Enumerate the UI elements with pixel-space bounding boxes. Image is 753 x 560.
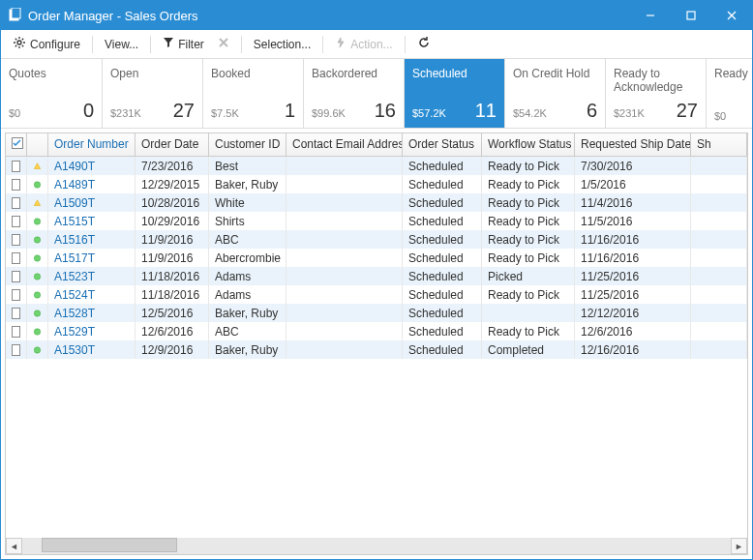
header-customer-id[interactable]: Customer ID — [209, 133, 286, 156]
row-status-icon — [27, 157, 48, 175]
cell-workflow-status: Ready to Pick — [482, 285, 575, 304]
selection-button[interactable]: Selection... — [248, 35, 316, 54]
table-row[interactable]: A1489T 12/29/2015 Baker, Ruby Scheduled … — [6, 175, 747, 193]
row-checkbox[interactable] — [6, 304, 27, 322]
header-overflow[interactable]: Sh — [691, 133, 747, 156]
cell-order-number[interactable]: A1515T — [48, 212, 136, 230]
clear-filter-button[interactable] — [212, 34, 235, 54]
horizontal-scrollbar[interactable]: ◄ ► — [6, 538, 747, 554]
header-requested-ship-date[interactable]: Requested Ship Date — [575, 133, 691, 156]
row-checkbox[interactable] — [6, 193, 27, 212]
cell-workflow-status: Ready to Pick — [482, 230, 575, 249]
maximize-button[interactable] — [671, 1, 711, 30]
table-row[interactable]: A1523T 11/18/2016 Adams Scheduled Picked… — [6, 267, 747, 285]
row-checkbox[interactable] — [6, 285, 27, 304]
toolbar-separator — [405, 36, 406, 53]
cell-order-status: Scheduled — [403, 267, 482, 285]
header-workflow-status[interactable]: Workflow Status — [482, 133, 575, 156]
cell-order-number[interactable]: A1524T — [48, 285, 136, 304]
status-tab[interactable]: On Credit Hold $54.2K 6 — [504, 59, 605, 128]
row-checkbox[interactable] — [6, 267, 27, 285]
row-checkbox[interactable] — [6, 340, 27, 359]
cell-workflow-status: Ready to Pick — [482, 193, 575, 212]
cell-order-status: Scheduled — [403, 175, 482, 193]
header-order-date[interactable]: Order Date — [136, 133, 209, 156]
table-row[interactable]: A1524T 11/18/2016 Adams Scheduled Ready … — [6, 285, 747, 304]
row-checkbox[interactable] — [6, 175, 27, 193]
action-button[interactable]: Action... — [329, 34, 398, 54]
table-row[interactable]: A1509T 10/28/2016 White Scheduled Ready … — [6, 193, 747, 212]
row-checkbox[interactable] — [6, 249, 27, 267]
selection-label: Selection... — [254, 38, 311, 51]
table-row[interactable]: A1516T 11/9/2016 ABC Scheduled Ready to … — [6, 230, 747, 249]
scroll-track[interactable] — [22, 538, 731, 554]
cell-order-number[interactable]: A1517T — [48, 249, 136, 267]
svg-point-16 — [34, 309, 40, 315]
header-contact-email[interactable]: Contact Email Address — [286, 133, 403, 156]
table-row[interactable]: A1529T 12/6/2016 ABC Scheduled Ready to … — [6, 322, 747, 340]
status-amount: $231K — [110, 107, 141, 119]
table-row[interactable]: A1517T 11/9/2016 Abercrombie Scheduled R… — [6, 249, 747, 267]
svg-point-12 — [34, 236, 40, 242]
cell-order-status: Scheduled — [403, 212, 482, 230]
status-tab[interactable]: Ready Payme $0 — [706, 59, 752, 128]
cell-customer-id: ABC — [209, 230, 286, 249]
scroll-left-button[interactable]: ◄ — [6, 538, 22, 554]
scroll-right-button[interactable]: ► — [731, 538, 747, 554]
cell-overflow — [691, 267, 747, 285]
cell-order-number[interactable]: A1530T — [48, 340, 136, 359]
configure-button[interactable]: Configure — [7, 33, 86, 55]
cell-order-number[interactable]: A1523T — [48, 267, 136, 285]
status-tab[interactable]: Scheduled $57.2K 11 — [404, 59, 504, 128]
status-tab[interactable]: Backordered $99.6K 16 — [303, 59, 404, 128]
row-status-icon — [27, 322, 48, 340]
toolbar-separator — [241, 36, 242, 53]
table-row[interactable]: A1530T 12/9/2016 Baker, Ruby Scheduled C… — [6, 340, 747, 359]
view-label: View... — [105, 38, 138, 51]
cell-order-number[interactable]: A1489T — [48, 175, 136, 193]
cell-requested-ship-date: 11/25/2016 — [575, 285, 691, 304]
cell-contact-email — [286, 157, 403, 175]
cell-overflow — [691, 230, 747, 249]
status-tab[interactable]: Ready to Acknowledge $231K 27 — [605, 59, 706, 128]
cell-order-number[interactable]: A1529T — [48, 322, 136, 340]
refresh-button[interactable] — [411, 33, 437, 55]
header-status-icon[interactable] — [27, 133, 48, 156]
table-row[interactable]: A1515T 10/29/2016 Shirts Scheduled Ready… — [6, 212, 747, 230]
status-tab[interactable]: Booked $7.5K 1 — [202, 59, 303, 128]
svg-point-17 — [34, 328, 40, 334]
status-count: 27 — [677, 100, 698, 122]
cell-order-number[interactable]: A1516T — [48, 230, 136, 249]
cell-contact-email — [286, 193, 403, 212]
status-tab[interactable]: Quotes $0 0 — [1, 59, 102, 128]
funnel-icon — [163, 37, 174, 51]
table-row[interactable]: A1490T 7/23/2016 Best Scheduled Ready to… — [6, 157, 747, 175]
scroll-thumb[interactable] — [42, 538, 177, 552]
cell-contact-email — [286, 304, 403, 322]
cell-requested-ship-date: 11/16/2016 — [575, 249, 691, 267]
row-checkbox[interactable] — [6, 230, 27, 249]
row-checkbox[interactable] — [6, 322, 27, 340]
orders-grid: Order Number Order Date Customer ID Cont… — [5, 133, 748, 555]
app-icon — [9, 8, 22, 24]
status-label: Open — [110, 67, 195, 80]
toolbar: Configure View... Filter Selection... Ac… — [1, 30, 752, 59]
header-order-number[interactable]: Order Number — [48, 133, 136, 156]
header-checkbox[interactable] — [6, 133, 27, 156]
close-button[interactable] — [711, 1, 752, 30]
table-row[interactable]: A1528T 12/5/2016 Baker, Ruby Scheduled 1… — [6, 304, 747, 322]
cell-requested-ship-date: 11/16/2016 — [575, 230, 691, 249]
status-tabs: Quotes $0 0Open $231K 27Booked $7.5K 1Ba… — [1, 59, 752, 129]
status-tab[interactable]: Open $231K 27 — [102, 59, 202, 128]
cell-order-number[interactable]: A1490T — [48, 157, 136, 175]
cell-order-number[interactable]: A1509T — [48, 193, 136, 212]
cell-contact-email — [286, 230, 403, 249]
cell-order-number[interactable]: A1528T — [48, 304, 136, 322]
filter-button[interactable]: Filter — [157, 34, 210, 54]
row-checkbox[interactable] — [6, 212, 27, 230]
header-order-status[interactable]: Order Status — [403, 133, 482, 156]
minimize-button[interactable] — [630, 1, 671, 30]
view-button[interactable]: View... — [99, 35, 144, 54]
row-checkbox[interactable] — [6, 157, 27, 175]
status-label: On Credit Hold — [513, 67, 597, 80]
